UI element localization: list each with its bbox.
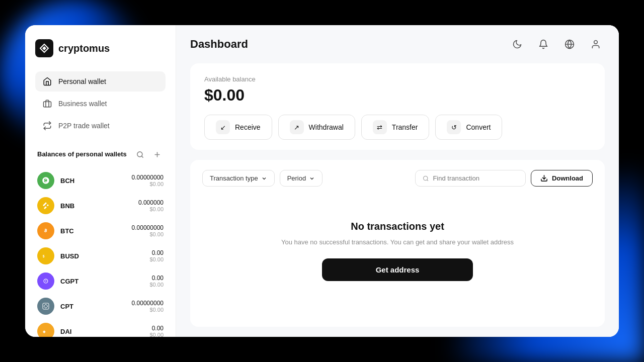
empty-state: No transactions yet You have no successf… (202, 201, 593, 301)
coin-icon-cpt (37, 298, 54, 315)
download-button[interactable]: Download (531, 170, 593, 187)
sidebar-item-label: Personal wallet (58, 77, 106, 85)
topbar: Dashboard (176, 25, 619, 63)
coin-balance-bnb: 0.000000 $0.00 (138, 199, 164, 212)
coin-balance-btc: 0.00000000 $0.00 (132, 224, 164, 237)
section-actions (133, 148, 164, 161)
get-address-label: Get address (376, 265, 420, 274)
logo-text: cryptomus (58, 43, 110, 54)
empty-desc: You have no successful transactions. You… (281, 237, 514, 247)
coin-name: CGPT (60, 278, 143, 285)
download-label: Download (552, 174, 583, 182)
get-address-button[interactable]: Get address (322, 258, 473, 281)
convert-label: Convert (466, 123, 491, 131)
coin-balance-bch: 0.00000000 $0.00 (132, 174, 164, 187)
coin-icon-cgpt (37, 273, 54, 290)
search-icon (423, 175, 429, 182)
chevron-down-icon (309, 175, 315, 182)
svg-point-12 (594, 41, 598, 44)
convert-button[interactable]: ↺ Convert (435, 115, 502, 140)
transfer-label: Transfer (392, 123, 418, 131)
sidebar-item-personal-wallet[interactable]: Personal wallet (35, 71, 166, 92)
coin-icon-busd: $ (37, 247, 54, 264)
transfer-button[interactable]: ⇄ Transfer (361, 115, 430, 140)
balance-label: Available balance (204, 75, 591, 83)
sidebar-item-business-wallet[interactable]: Business wallet (35, 94, 166, 114)
svg-rect-1 (44, 102, 51, 107)
wallet-item-cgpt[interactable]: CGPT 0.00 $0.00 (35, 268, 166, 294)
nav-menu: Personal wallet Business wallet (35, 71, 166, 138)
withdrawal-button[interactable]: ↗ Withdrawal (278, 115, 355, 140)
sidebar: cryptomus Personal wallet (25, 25, 176, 337)
coin-name: BCH (60, 177, 126, 185)
page-title: Dashboard (190, 38, 248, 51)
chevron-down-icon (261, 175, 267, 182)
sidebar-item-label: P2P trade wallet (58, 122, 110, 130)
theme-toggle-button[interactable] (508, 35, 526, 53)
add-wallet-button[interactable] (150, 148, 164, 161)
coin-name: BUSD (60, 252, 143, 260)
wallet-item-busd[interactable]: $ BUSD 0.00 $0.00 (35, 243, 166, 268)
logo: cryptomus (35, 39, 166, 57)
svg-line-14 (427, 179, 428, 180)
empty-title: No transactions yet (351, 221, 444, 232)
coin-name: BTC (60, 227, 126, 235)
sidebar-item-p2p-wallet[interactable]: P2P trade wallet (35, 116, 166, 136)
coin-name: DAI (60, 328, 143, 335)
convert-icon: ↺ (447, 120, 461, 134)
coin-balance-cgpt: 0.00 $0.00 (149, 275, 164, 288)
coin-balance-busd: 0.00 $0.00 (149, 249, 164, 262)
withdrawal-label: Withdrawal (309, 123, 344, 131)
transaction-type-label: Transaction type (210, 174, 258, 182)
svg-point-13 (423, 176, 427, 180)
wallet-item-btc[interactable]: BTC 0.00000000 $0.00 (35, 218, 166, 243)
app-container: cryptomus Personal wallet (25, 25, 619, 337)
transfer-icon: ⇄ (373, 120, 387, 134)
notifications-button[interactable] (534, 35, 552, 53)
coin-name: CPT (60, 303, 126, 310)
balance-amount: $0.00 (204, 86, 591, 105)
wallet-list: BCH 0.00000000 $0.00 BNB 0.000000 $0.00 (35, 168, 166, 337)
main-content: Dashboard (176, 25, 619, 337)
wallet-item-bch[interactable]: BCH 0.00000000 $0.00 (35, 168, 166, 193)
p2p-icon (42, 121, 52, 131)
transactions-section: Transaction type Period (190, 160, 605, 327)
period-label: Period (287, 174, 306, 182)
coin-icon-dai: ◈ (37, 323, 54, 337)
download-icon (540, 174, 548, 182)
balance-card: Available balance $0.00 ↙ Receive ↗ With… (190, 63, 605, 150)
language-button[interactable] (560, 35, 579, 53)
user-profile-button[interactable] (587, 35, 605, 53)
wallet-item-dai[interactable]: ◈ DAI 0.00 $0.00 (35, 319, 166, 337)
business-icon (42, 99, 52, 109)
wallet-icon (42, 76, 52, 86)
withdrawal-icon: ↗ (290, 120, 304, 134)
svg-text:$: $ (43, 254, 45, 258)
receive-label: Receive (235, 123, 261, 131)
coin-name: BNB (60, 202, 132, 210)
search-input-wrapper (415, 170, 526, 187)
coin-icon-btc (37, 222, 54, 239)
transactions-toolbar: Transaction type Period (202, 170, 593, 187)
search-wallets-button[interactable] (133, 148, 146, 161)
balances-section-title: Balances of personal wallets (37, 150, 127, 159)
action-buttons: ↙ Receive ↗ Withdrawal ⇄ Transfer ↺ Conv… (204, 115, 591, 140)
coin-balance-dai: 0.00 $0.00 (149, 325, 164, 337)
wallet-item-cpt[interactable]: CPT 0.00000000 $0.00 (35, 294, 166, 319)
svg-text:◈: ◈ (42, 329, 46, 334)
coin-icon-bnb (37, 197, 54, 214)
transaction-type-filter[interactable]: Transaction type (202, 170, 275, 187)
search-input[interactable] (433, 174, 518, 182)
receive-icon: ↙ (216, 120, 230, 134)
balances-section-header: Balances of personal wallets (35, 148, 166, 161)
period-filter[interactable]: Period (280, 170, 323, 187)
topbar-actions (508, 35, 605, 53)
logo-icon (35, 39, 53, 57)
receive-button[interactable]: ↙ Receive (204, 115, 272, 140)
coin-balance-cpt: 0.00000000 $0.00 (132, 300, 164, 313)
wallet-item-bnb[interactable]: BNB 0.000000 $0.00 (35, 193, 166, 218)
coin-icon-bch (37, 172, 54, 189)
sidebar-item-label: Business wallet (58, 100, 107, 108)
svg-line-3 (141, 156, 143, 157)
